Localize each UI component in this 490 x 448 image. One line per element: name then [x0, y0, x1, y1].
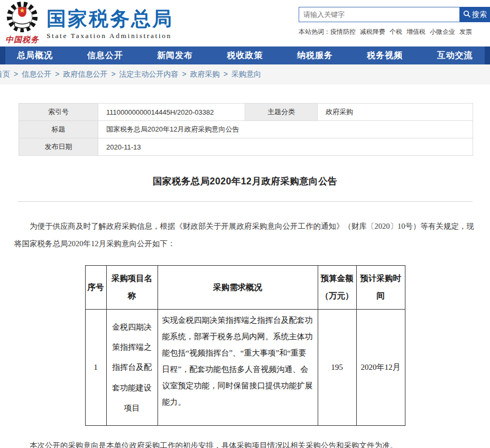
logo-calligraphy-text: 中国税务 — [2, 35, 42, 45]
breadcrumb-gov-info[interactable]: 政府信息公开 — [63, 70, 107, 78]
main-nav: 总局概况 信息公开 新闻发布 税收政策 纳税服务 税务视频 互动交流 — [0, 46, 490, 64]
meta-title-label: 标题 — [19, 121, 98, 138]
hotwords-label: 本站热词： — [299, 28, 330, 35]
search-button[interactable]: 搜索 — [460, 7, 490, 22]
cell-no: 1 — [85, 310, 106, 426]
breadcrumb-separator: > — [182, 70, 187, 78]
nav-item-news[interactable]: 新闻发布 — [157, 50, 193, 61]
nav-item-info-disclosure[interactable]: 信息公开 — [87, 50, 123, 61]
nav-item-tax-video[interactable]: 税务视频 — [367, 50, 403, 61]
tax-emblem-icon — [4, 26, 41, 35]
col-header-no: 序号 — [85, 266, 106, 310]
intro-paragraph: 为便于供应商及时了解政府采购信息，根据《财政部关于开展政府采购意向公开工作的通知… — [0, 218, 490, 253]
meta-category-value: 政府采购 — [318, 104, 473, 121]
cell-summary: 实现金税四期决策指挥端之指挥台及配套功能系统，部署于税务总局内网。系统主体功能包… — [158, 310, 318, 426]
site-title[interactable]: 国家税务总局 State Taxation Administration — [47, 8, 173, 40]
search-area: 搜索 本站热词：疫情防控减税降费个税增值税小微企业发票 — [299, 7, 490, 36]
nav-item-tax-policy[interactable]: 税收政策 — [227, 50, 263, 61]
breadcrumb-info-disclosure[interactable]: 信息公开 — [22, 70, 51, 78]
hotwords-bar: 本站热词：疫情防控减税降费个税增值税小微企业发票 — [299, 27, 490, 36]
hotword-link[interactable]: 减税降费 — [360, 28, 385, 35]
meta-date-label: 发布日期 — [19, 138, 98, 156]
breadcrumb-procurement-intent[interactable]: 采购意向 — [232, 70, 261, 78]
col-header-summary: 采购需求概况 — [158, 266, 318, 310]
meta-category-label: 主题分类 — [245, 104, 318, 121]
meta-row-title: 标题 国家税务总局2020年12月政府采购意向公告 — [19, 121, 473, 138]
cell-project-name: 金税四期决策指挥端之指挥台及配套功能建设项目 — [106, 310, 158, 426]
col-header-time: 预计采购时间 — [356, 266, 405, 310]
table-row: 1 金税四期决策指挥端之指挥台及配套功能建设项目 实现金税四期决策指挥端之指挥台… — [85, 310, 405, 426]
nav-item-overview[interactable]: 总局概况 — [17, 50, 53, 61]
breadcrumb-separator: > — [55, 70, 59, 78]
meta-row-date: 发布日期 2020-11-13 — [19, 138, 473, 156]
nav-item-tax-service[interactable]: 纳税服务 — [297, 50, 333, 61]
breadcrumb-home[interactable]: 首页 — [0, 70, 10, 78]
breadcrumb-statutory-content[interactable]: 法定主动公开内容 — [119, 70, 179, 78]
meta-row-index: 索引号 11100000000014445H/2020-03382 主题分类 政… — [19, 104, 473, 121]
meta-index-label: 索引号 — [19, 104, 98, 121]
breadcrumb-separator: > — [14, 70, 18, 78]
procurement-table: 序号 采购项目名称 采购需求概况 预算金额（万元） 预计采购时间 1 金税四期决… — [85, 265, 405, 426]
breadcrumb-separator: > — [111, 70, 115, 78]
page-title: 国家税务总局2020年12月政府采购意向公告 — [0, 175, 490, 188]
breadcrumb: 首页>信息公开>政府信息公开>法定主动公开内容>政府采购>采购意向 — [0, 70, 261, 79]
breadcrumb-bar: 首页>信息公开>政府信息公开>法定主动公开内容>政府采购>采购意向 — [0, 64, 490, 85]
search-icon — [463, 10, 471, 20]
site-header: 中国税务 国家税务总局 State Taxation Administratio… — [0, 0, 490, 46]
meta-date-value: 2020-11-13 — [98, 138, 473, 156]
site-title-cn: 国家税务总局 — [47, 8, 173, 30]
search-input[interactable] — [299, 7, 460, 22]
nav-item-interaction[interactable]: 互动交流 — [437, 50, 473, 61]
cell-budget: 195 — [318, 310, 356, 426]
sta-logo[interactable]: 中国税务 — [2, 1, 42, 45]
cell-time: 2020年12月 — [356, 310, 405, 426]
hotword-link[interactable]: 增值税 — [406, 28, 426, 35]
title-divider — [17, 201, 473, 202]
breadcrumb-separator: > — [224, 70, 228, 78]
document-meta-table: 索引号 11100000000014445H/2020-03382 主题分类 政… — [19, 103, 473, 156]
hotword-link[interactable]: 个税 — [390, 28, 402, 35]
hotword-link[interactable]: 发票 — [459, 28, 472, 35]
meta-title-value: 国家税务总局2020年12月政府采购意向公告 — [98, 121, 473, 138]
col-header-budget: 预算金额（万元） — [318, 266, 356, 310]
hotword-link[interactable]: 疫情防控 — [330, 28, 356, 35]
meta-index-value: 11100000000014445H/2020-03382 — [98, 104, 245, 121]
search-button-label: 搜索 — [472, 10, 487, 20]
procurement-header-row: 序号 采购项目名称 采购需求概况 预算金额（万元） 预计采购时间 — [85, 266, 405, 310]
breadcrumb-gov-procurement[interactable]: 政府采购 — [190, 70, 220, 78]
site-title-en: State Taxation Administration — [47, 32, 173, 40]
hotword-link[interactable]: 小微企业 — [430, 28, 455, 35]
closing-paragraph: 本次公开的采购意向是本单位政府采购工作的初步安排，具体采购项目情况以相关采购公告… — [0, 437, 490, 448]
col-header-project: 采购项目名称 — [106, 266, 158, 310]
